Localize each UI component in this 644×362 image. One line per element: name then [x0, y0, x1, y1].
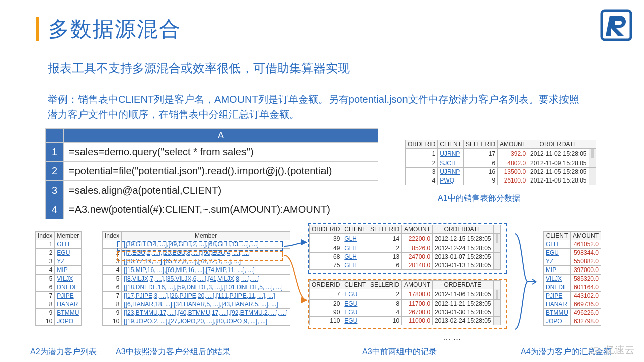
table-cell: 3 — [406, 168, 438, 176]
table-cell: 2012-12-15 15:28:05 — [433, 234, 493, 244]
group1-table: ORDERIDCLIENTSELLERIDAMOUNTORDERDATE39GL… — [309, 225, 501, 270]
table-cell: 2012-11-06 15:28:05 — [433, 289, 493, 300]
column-header: Index — [36, 232, 55, 240]
table-cell: HANAR — [544, 300, 571, 309]
table-cell: EGU — [544, 249, 571, 257]
column-header: SELLERID — [464, 140, 498, 149]
table-cell: 461052.0 — [571, 240, 601, 249]
column-header: Member — [122, 232, 290, 240]
table-cell: [[8,VILJX,7, ...],[35,VILJX,6, ...],[41,… — [122, 275, 290, 283]
table-cell: 443102.0 — [571, 292, 601, 300]
table-cell: 11700.0 — [402, 300, 433, 308]
table-cell: PJIPE — [55, 292, 82, 300]
table-cell: 1 — [406, 149, 438, 159]
table-cell: 2012-11-05 15:28:05 — [528, 168, 589, 176]
table-cell: 20140.0 — [402, 261, 433, 270]
a4-table: CLIENTAMOUNTGLH461052.0EGU598344.0YZ5508… — [543, 231, 601, 326]
table-cell: 9 — [464, 176, 498, 185]
code-table: A 1=sales=demo.query("select * from sale… — [45, 128, 378, 219]
table-cell: EGU — [342, 289, 368, 300]
table-cell: VILJX — [544, 275, 571, 283]
table-cell: 2 — [103, 249, 122, 257]
sales-preview-caption: A1中的销售表部分数据 — [438, 193, 520, 204]
column-header: ORDERDATE — [528, 140, 589, 149]
table-cell: [[23,BTMMU,17, ...],[40,BTMMU,17, ...],[… — [122, 309, 290, 317]
table-cell: MIP — [55, 266, 82, 275]
table-cell: 5 — [36, 275, 55, 283]
table-cell: EGU — [342, 300, 368, 308]
example-text: 举例：销售表中CLIENT列是客户名，AMOUNT列是订单金额。另有potent… — [48, 92, 581, 122]
table-cell: [[17,PJIPE,3, ...],[26,PJIPE,20, ...],[1… — [122, 292, 290, 300]
code-row-4: =A3.new(potential(#):CLIENT,~.sum(AMOUNT… — [64, 200, 378, 219]
table-cell: 17 — [464, 149, 498, 159]
table-cell: GLH — [544, 240, 571, 249]
table-cell: 1 — [103, 240, 122, 249]
table-cell: DNEDL — [55, 283, 82, 292]
watermark-text: 亿速云 — [605, 343, 635, 357]
column-header: Member — [55, 232, 82, 240]
table-cell: 2012-11-08 15:28:05 — [528, 176, 589, 185]
sales-preview-table: ORDERIDCLIENTSELLERIDAMOUNTORDERDATE1UJR… — [405, 140, 596, 185]
table-cell: 2012-12-24 15:28:05 — [433, 244, 493, 253]
brand-logo — [599, 8, 634, 45]
table-cell: 2013-01-13 15:28:05 — [433, 261, 493, 270]
column-header: ORDERDATE — [433, 281, 493, 289]
table-cell: GLH — [342, 244, 368, 253]
code-col-rownum — [46, 129, 64, 143]
column-header: SELLERID — [368, 225, 402, 234]
slide-title: 多数据源混合 — [48, 15, 181, 43]
table-cell: 6 — [103, 283, 122, 292]
table-cell: 2 — [406, 159, 438, 168]
table-cell: 9 — [103, 309, 122, 317]
table-cell: 49 — [310, 244, 342, 253]
table-cell: 10 — [36, 317, 55, 326]
table-cell: JOPO — [544, 317, 571, 326]
table-cell: 496226.0 — [571, 309, 601, 317]
group-ellipsis: … … — [443, 333, 461, 342]
column-header: AMOUNT — [402, 225, 433, 234]
table-cell: UJRNP — [438, 149, 464, 159]
code-row-4-num: 4 — [46, 200, 64, 219]
table-cell: 22200.0 — [402, 234, 433, 244]
table-cell: EGU — [342, 308, 368, 317]
title-accent — [36, 17, 39, 41]
code-row-3: =sales.align@a(potential,CLIENT) — [64, 181, 378, 200]
svg-point-1 — [592, 350, 594, 352]
table-cell: GLH — [342, 253, 368, 261]
table-cell: 8526.0 — [402, 244, 433, 253]
table-cell: [[6,HANAR,18, ...],[34,HANAR,5, ...],[43… — [122, 300, 290, 309]
code-col-a: A — [64, 129, 378, 143]
slide-subtitle: 报表工具不支持多源混合或效率很低，可借助集算器实现 — [48, 60, 350, 76]
table-cell: 39 — [310, 234, 342, 244]
table-cell: BTMMU — [55, 309, 82, 317]
table-cell: [[7,EGU,2, ...],[20,EGU,8, ...],[90,EGU,… — [122, 249, 290, 257]
table-cell: PJIPE — [544, 292, 571, 300]
table-cell: 26700.0 — [402, 308, 433, 317]
table-cell: 4 — [103, 266, 122, 275]
table-cell: 2012-11-02 15:28:05 — [528, 149, 589, 159]
table-cell: 2 — [368, 244, 402, 253]
column-header: SELLERID — [368, 281, 402, 289]
table-cell: 10 — [103, 317, 122, 326]
table-cell: 2013-01-30 15:28:05 — [433, 308, 493, 317]
table-cell: 90 — [310, 308, 342, 317]
table-cell: 4 — [406, 176, 438, 185]
column-header: AMOUNT — [402, 281, 433, 289]
svg-point-2 — [595, 350, 597, 352]
table-cell: EGU — [342, 317, 368, 325]
code-row-3-num: 3 — [46, 181, 64, 200]
table-cell: 13500.0 — [498, 168, 528, 176]
table-cell: 26100.0 — [498, 176, 528, 185]
table-cell: 585320.0 — [571, 275, 601, 283]
table-cell: 397000.0 — [571, 266, 601, 275]
table-cell: 8 — [36, 300, 55, 309]
column-header: CLIENT — [342, 281, 368, 289]
code-row-1-num: 1 — [46, 143, 64, 162]
code-row-1: =sales=demo.query("select * from sales") — [64, 143, 378, 162]
table-cell: YZ — [55, 257, 82, 266]
table-cell: 24700.0 — [402, 253, 433, 261]
table-cell: 601164.0 — [571, 283, 601, 292]
table-cell: JOPO — [55, 317, 82, 326]
a3-caption: A3中按照潜力客户分组后的结果 — [116, 347, 230, 357]
column-header: ORDERDATE — [433, 225, 493, 234]
